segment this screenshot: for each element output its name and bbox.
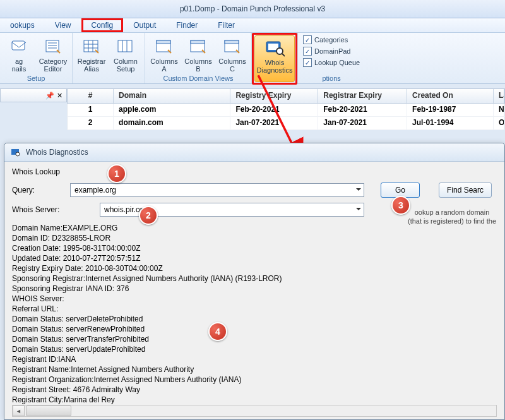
checkbox-checked-icon: ✓: [303, 35, 312, 44]
column-setup-button[interactable]: ColumnSetup: [109, 34, 142, 74]
checkbox-checked-icon: ✓: [303, 47, 312, 56]
ribbon-group-setup-label: Setup: [3, 74, 69, 83]
ribbon-group-registrar: RegistrarAlias ColumnSetup: [73, 33, 145, 83]
scroll-left-icon[interactable]: ◄: [13, 405, 25, 416]
category-editor-icon: [43, 37, 63, 56]
whois-window-title: Whois Diagnostics: [26, 148, 88, 157]
th-created-on[interactable]: Created On: [407, 89, 494, 103]
menu-lookups[interactable]: ookups: [0, 18, 45, 32]
whois-window-titlebar[interactable]: Whois Diagnostics: [4, 143, 504, 162]
columns-c-button[interactable]: ColumnsC: [216, 34, 249, 74]
query-dropdown[interactable]: example.org: [70, 183, 364, 197]
table-row[interactable]: 1 apple.com Feb-20-2021 Feb-20-2021 Feb-…: [67, 104, 505, 117]
columns-c-icon: [222, 37, 242, 56]
category-editor-button[interactable]: CategoryEditor: [37, 34, 69, 74]
panel-pin-row: 📌 ✕: [0, 88, 67, 102]
svg-point-15: [16, 152, 20, 156]
th-domain[interactable]: Domain: [114, 89, 230, 103]
whois-highlight: WhoisDiagnostics: [252, 33, 297, 85]
whois-diagnostics-window: Whois Diagnostics Whois Lookup Query: ex…: [4, 143, 505, 420]
th-registrar-expiry[interactable]: Registrar Expiry: [318, 89, 407, 103]
callout-1: 1: [107, 164, 126, 183]
menu-config[interactable]: Config: [81, 18, 124, 32]
callout-4: 4: [208, 322, 227, 341]
ribbon-group-options: ✓Categories ✓DomainPad ✓Lookup Queue pti…: [298, 33, 365, 83]
columns-a-button[interactable]: ColumnsA: [148, 34, 181, 74]
whois-server-label: Whois Server:: [12, 205, 70, 214]
ribbon-group-views-label: Custom Domain Views: [148, 74, 249, 83]
find-search-button[interactable]: Find Searc: [439, 183, 492, 198]
svg-rect-5: [157, 40, 170, 44]
scroll-thumb[interactable]: [26, 405, 71, 416]
callout-2: 2: [139, 206, 158, 225]
svg-rect-7: [191, 40, 205, 44]
ribbon-group-views: ColumnsA ColumnsB ColumnsC Custom Domain…: [145, 33, 252, 83]
svg-point-12: [276, 48, 283, 54]
whois-diagnostics-button[interactable]: WhoisDiagnostics: [254, 35, 295, 82]
pin-icon[interactable]: 📌: [45, 92, 54, 100]
callout-3: 3: [391, 196, 410, 215]
horizontal-scrollbar[interactable]: ◄: [12, 405, 497, 417]
columns-b-button[interactable]: ColumnsB: [182, 34, 215, 74]
whois-window-icon: [11, 147, 21, 157]
whois-lookup-group-label: Whois Lookup: [12, 167, 497, 176]
registrar-alias-button[interactable]: RegistrarAlias: [75, 34, 108, 74]
tag-icon: [9, 37, 29, 56]
tag-emails-button[interactable]: agnails: [3, 34, 35, 74]
title-bar: p01.Domp - Domain Punch Professional v3: [0, 0, 505, 18]
ribbon-group-whois: WhoisDiagnostics: [252, 33, 298, 83]
columns-a-icon: [154, 37, 174, 56]
ribbon: agnails CategoryEditor Setup RegistrarAl…: [0, 33, 505, 84]
checkbox-checked-icon: ✓: [303, 58, 312, 67]
menu-view[interactable]: View: [45, 18, 81, 32]
hint-text: ookup a random domain (that is registere…: [407, 208, 497, 225]
svg-rect-3: [118, 40, 132, 52]
query-label: Query:: [12, 186, 70, 195]
domain-table: # Domain Registry Expiry Registrar Expir…: [67, 88, 505, 130]
table-row[interactable]: 2 domain.com Jan-07-2021 Jan-07-2021 Jul…: [67, 117, 505, 130]
whois-magnifier-icon: [264, 39, 285, 57]
close-icon[interactable]: ✕: [57, 92, 62, 100]
menu-bar: ookups View Config Output Finder Filter: [0, 18, 505, 33]
menu-output[interactable]: Output: [123, 18, 166, 32]
ribbon-group-setup: agnails CategoryEditor Setup: [0, 33, 73, 83]
table-header-row: # Domain Registry Expiry Registrar Expir…: [67, 88, 505, 104]
ribbon-group-options-label: ptions: [300, 74, 362, 83]
columns-icon: [116, 37, 136, 56]
toggle-categories[interactable]: ✓Categories: [300, 34, 362, 45]
menu-filter[interactable]: Filter: [208, 18, 245, 32]
columns-b-icon: [188, 37, 208, 56]
menu-finder[interactable]: Finder: [166, 18, 208, 32]
th-registry-expiry[interactable]: Registry Expiry: [230, 89, 318, 103]
whois-output: Domain Name:EXAMPLE.ORG Domain ID: D2328…: [12, 223, 497, 415]
th-last-updated[interactable]: Last Updat: [494, 89, 504, 103]
grid-pencil-icon: [81, 37, 102, 56]
th-num[interactable]: #: [68, 89, 114, 103]
toggle-lookup-queue[interactable]: ✓Lookup Queue: [300, 57, 362, 68]
svg-rect-0: [12, 41, 25, 50]
app-title: p01.Domp - Domain Punch Professional v3: [180, 4, 325, 13]
toggle-domainpad[interactable]: ✓DomainPad: [300, 45, 362, 57]
svg-rect-9: [225, 40, 239, 44]
